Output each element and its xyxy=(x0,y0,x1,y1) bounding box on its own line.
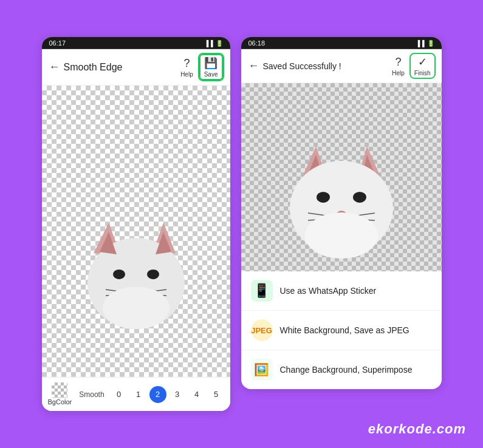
help-label-left: Help xyxy=(180,70,193,77)
save-button[interactable]: 💾 Save xyxy=(199,54,223,80)
toolbar-actions-left: ? Help 💾 Save xyxy=(180,54,222,80)
num-btn-1[interactable]: 1 xyxy=(130,386,147,403)
status-bar-right: 06:18 ▐▐ 🔋 xyxy=(241,37,442,49)
svg-point-12 xyxy=(103,287,170,329)
branding: ekorkode.com xyxy=(368,421,466,437)
save-icon: 💾 xyxy=(204,56,218,70)
whatsapp-sticker-label: Use as WhatsApp Sticker xyxy=(280,286,377,296)
jpeg-save-item[interactable]: JPEG White Background, Save as JPEG xyxy=(241,311,442,350)
num-btn-0[interactable]: 0 xyxy=(111,386,128,403)
canvas-right xyxy=(241,83,442,271)
status-icons-left: ▐▐ 🔋 xyxy=(204,39,222,46)
help-label-right: Help xyxy=(392,69,405,76)
left-phone: 06:17 ▐▐ 🔋 ← Smooth Edge ? Help xyxy=(42,37,230,411)
right-phone: 06:18 ▐▐ 🔋 ← Saved Successfully ! ? Help xyxy=(241,37,442,389)
cat-image-right xyxy=(275,135,408,263)
help-icon-right: ? xyxy=(396,55,402,68)
save-label: Save xyxy=(204,71,218,78)
jpeg-save-label: White Background, Save as JPEG xyxy=(280,325,409,335)
help-button-right[interactable]: ? Help xyxy=(392,55,405,76)
time-right: 06:18 xyxy=(248,39,265,47)
bottom-bar-left: BgColor Smooth 0 1 2 3 4 5 xyxy=(42,377,230,411)
toolbar-title-right: Saved Successfully ! xyxy=(263,61,341,70)
svg-point-5 xyxy=(113,270,125,279)
background-icon: 🖼️ xyxy=(251,359,273,381)
num-btn-4[interactable]: 4 xyxy=(188,386,205,403)
toolbar-left-side: ← Smooth Edge xyxy=(49,61,176,73)
toolbar-right: ← Saved Successfully ! ? Help ✓ Finish xyxy=(241,49,442,83)
svg-point-19 xyxy=(353,192,366,203)
back-button-left[interactable]: ← xyxy=(49,61,60,73)
cat-image-left xyxy=(75,217,197,338)
number-buttons: 0 1 2 3 4 5 xyxy=(111,386,225,403)
bgcolor-swatch[interactable] xyxy=(52,382,67,398)
toolbar-title-left: Smooth Edge xyxy=(64,61,123,72)
action-list: 📱 Use as WhatsApp Sticker JPEG White Bac… xyxy=(241,271,442,389)
finish-button[interactable]: ✓ Finish xyxy=(411,54,434,78)
canvas-left xyxy=(42,86,230,377)
num-btn-2[interactable]: 2 xyxy=(149,386,166,403)
finish-icon: ✓ xyxy=(418,55,427,69)
jpeg-icon: JPEG xyxy=(251,319,273,341)
smooth-label: Smooth xyxy=(79,390,104,399)
finish-label: Finish xyxy=(414,70,431,76)
num-btn-3[interactable]: 3 xyxy=(169,386,186,403)
svg-point-25 xyxy=(305,212,378,259)
toolbar-left: ← Smooth Edge ? Help 💾 Save xyxy=(42,49,230,86)
toolbar-actions-right: ? Help ✓ Finish xyxy=(392,54,434,78)
toolbar-right-side: ← Saved Successfully ! xyxy=(248,59,388,72)
background-change-label: Change Background, Superimpose xyxy=(280,365,413,375)
whatsapp-icon: 📱 xyxy=(251,280,273,302)
help-button-left[interactable]: ? Help xyxy=(180,56,193,77)
status-icons-right: ▐▐ 🔋 xyxy=(416,39,434,46)
status-bar-left: 06:17 ▐▐ 🔋 xyxy=(42,37,230,49)
whatsapp-sticker-item[interactable]: 📱 Use as WhatsApp Sticker xyxy=(241,271,442,311)
back-button-right[interactable]: ← xyxy=(248,59,259,72)
background-change-item[interactable]: 🖼️ Change Background, Superimpose xyxy=(241,350,442,389)
svg-point-18 xyxy=(317,192,330,203)
svg-point-6 xyxy=(147,270,159,279)
bgcolor-label: BgColor xyxy=(48,398,72,406)
time-left: 06:17 xyxy=(49,39,66,47)
help-icon-left: ? xyxy=(183,56,190,69)
num-btn-5[interactable]: 5 xyxy=(208,386,225,403)
